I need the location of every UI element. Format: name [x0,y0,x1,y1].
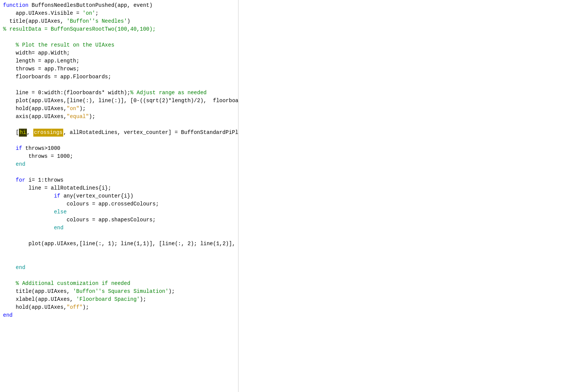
code-text [3,208,54,216]
comment: % Adjust range as needed [130,89,207,97]
code-line: function BuffonsNeedlesButtonPushed(app,… [0,2,238,9]
code-line [0,272,238,280]
code-text: width= app.Width; [3,49,70,57]
code-text: throws = app.Throws; [3,65,80,73]
code-text: ); [80,105,86,113]
code-line: else [0,208,238,216]
comment: % Plot the result on the UIAxes [16,41,114,49]
code-line: floorboards = app.Floorboards; [0,73,238,81]
code-text: hold(app.UIAxes, [3,105,67,113]
code-text: plot(app.UIAxes,[line(:), line(:)], [0-(… [3,97,239,105]
code-text: , [27,129,33,137]
keyword: else [54,208,67,216]
code-line: title(app.UIAxes, 'Buffon''s Squares Sim… [0,288,238,296]
code-text: floorboards = app.Floorboards; [3,73,111,81]
code-line [0,256,238,264]
string: 'on' [83,9,95,17]
code-text: colours = app.shapesColours; [3,216,156,224]
code-text: xlabel(app.UIAxes, [3,296,76,303]
code-text: plot(app.UIAxes,[line(:, 1); line(1,1)],… [3,240,239,248]
code-line: width= app.Width; [0,49,238,57]
code-line: [hi, crossings, allRotatedLines, vertex_… [0,129,238,137]
code-text: length = app.Length; [3,57,80,65]
comment: % Additional customization if needed [16,280,130,288]
string: 'Floorboard Spacing' [76,296,140,303]
keyword: end [3,311,12,319]
highlight-hi: hi [19,129,27,137]
code-line [0,33,238,41]
code-text [3,264,16,272]
code-text: throws = 1000; [3,152,73,160]
code-line: colours = app.crossedColours; [0,200,238,208]
code-text [3,224,54,232]
code-line [0,168,238,176]
keyword: function [3,2,28,9]
code-line: hold(app.UIAxes,"on"); [0,105,238,113]
code-line: line = allRotatedLines{i}; [0,184,238,192]
code-text: axis(app.UIAxes, [3,113,67,121]
code-line: axis(app.UIAxes,"equal"); [0,113,238,121]
code-line [0,121,238,129]
code-line: % Plot the result on the UIAxes [0,41,238,49]
code-text [3,145,16,152]
code-line: length = app.Length; [0,57,238,65]
code-line: end [0,311,238,319]
code-line: end [0,160,238,168]
string: 'Buffon''s Needles' [67,17,127,25]
string: "equal" [67,113,89,121]
code-text: , allRotatedLines, vertex_counter] = Buf… [63,129,239,137]
code-text: any(vertex_counter{i}) [60,192,133,200]
keyword: end [16,264,25,272]
keyword: for [16,176,25,184]
code-line [0,248,238,256]
code-text: title(app.UIAxes, [3,17,67,25]
code-text [3,280,16,288]
code-text: hold(app.UIAxes, [3,303,67,311]
code-line [0,81,238,89]
code-text: ); [140,296,146,303]
code-line: for i= 1:throws [0,176,238,184]
code-line [0,137,238,145]
keyword: end [54,224,63,232]
right-panel [239,0,566,392]
code-text: ); [89,113,95,121]
code-line: end [0,224,238,232]
code-text: i= 1:throws [25,176,64,184]
highlight-crossings: crossings [33,129,64,137]
code-text [3,160,16,168]
string: "off" [67,303,83,311]
code-line: if any(vertex_counter{i}) [0,192,238,200]
code-line: hold(app.UIAxes,"off"); [0,303,238,311]
code-line: colours = app.shapesColours; [0,216,238,224]
string: 'Buffon''s Squares Simulation' [73,288,168,296]
code-panel[interactable]: function BuffonsNeedlesButtonPushed(app,… [0,0,239,392]
code-line: title(app.UIAxes, 'Buffon''s Needles') [0,17,238,25]
code-line: % resultData = BuffonSquaresRootTwo(100,… [0,25,238,33]
code-line: if throws>1000 [0,145,238,152]
code-text [3,41,16,49]
code-line: app.UIAxes.Visible = 'on'; [0,9,238,17]
comment: % resultData = BuffonSquaresRootTwo(100,… [3,25,156,33]
code-text: throws>1000 [22,145,60,152]
code-text [3,176,16,184]
code-text: ); [83,303,89,311]
code-text: line = 0:width:(floorboards* width); [3,89,130,97]
keyword: if [16,145,22,152]
code-line [0,232,238,240]
code-line: xlabel(app.UIAxes, 'Floorboard Spacing')… [0,296,238,303]
code-text: [ [3,129,19,137]
keyword: if [54,192,60,200]
code-text: title(app.UIAxes, [3,288,73,296]
code-text: app.UIAxes.Visible = [3,9,83,17]
string: "on" [67,105,80,113]
code-line: line = 0:width:(floorboards* width);% Ad… [0,89,238,97]
code-text: line = allRotatedLines{i}; [3,184,111,192]
code-text: colours = app.crossedColours; [3,200,159,208]
code-line: % Additional customization if needed [0,280,238,288]
editor-container: function BuffonsNeedlesButtonPushed(app,… [0,0,566,392]
code-text: ); [168,288,175,296]
code-line: end [0,264,238,272]
code-text: ) [127,17,130,25]
code-line: plot(app.UIAxes,[line(:, 1); line(1,1)],… [0,240,238,248]
code-line: plot(app.UIAxes,[line(:), line(:)], [0-(… [0,97,238,105]
